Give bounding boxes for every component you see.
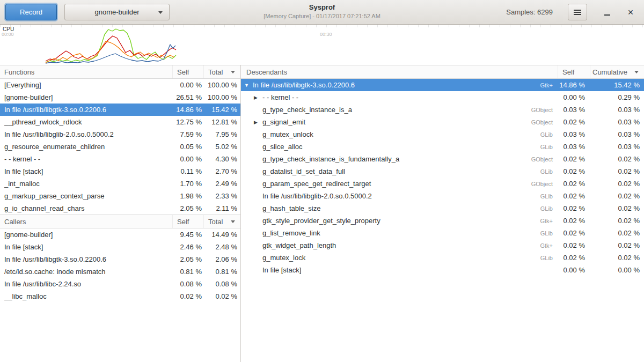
cell-total-percent: 0.81 % bbox=[204, 268, 240, 276]
cell-total-percent: 4.30 % bbox=[204, 155, 240, 163]
cell-self-percent: 1.98 % bbox=[173, 192, 204, 200]
cell-self-percent: 0.02 % bbox=[558, 155, 590, 163]
cell-library-tag: GObject bbox=[531, 181, 558, 187]
table-row[interactable]: In file [stack]0.11 %2.70 % bbox=[0, 165, 240, 178]
close-button[interactable]: × bbox=[623, 4, 639, 20]
cell-cumulative-percent: 0.29 % bbox=[590, 93, 644, 101]
tree-row[interactable]: g_mutex_unlockGLib0.03 %0.03 % bbox=[241, 128, 644, 141]
cell-self-percent: 7.59 % bbox=[173, 130, 204, 138]
table-row[interactable]: [gnome-builder]9.45 %14.49 % bbox=[0, 228, 240, 241]
tree-row[interactable]: In file [stack]0.00 %0.00 % bbox=[241, 264, 644, 276]
cell-self-percent: 0.02 % bbox=[558, 180, 590, 188]
tree-row[interactable]: g_mutex_lockGLib0.02 %0.02 % bbox=[241, 252, 644, 264]
tree-row[interactable]: g_hash_table_sizeGLib0.02 %0.02 % bbox=[241, 202, 644, 215]
cell-self-percent: 2.05 % bbox=[173, 204, 204, 212]
table-row[interactable]: In file /usr/lib/libgtk-3.so.0.2200.62.0… bbox=[0, 253, 240, 265]
expander-open-icon[interactable]: ▼ bbox=[244, 83, 253, 88]
table-row[interactable]: In file /usr/lib/libgtk-3.so.0.2200.614.… bbox=[0, 104, 240, 116]
cell-total-percent: 2.70 % bbox=[204, 167, 240, 175]
time-label-start: 00:00 bbox=[2, 32, 14, 37]
cell-function-name: gtk_widget_path_length bbox=[262, 241, 540, 249]
table-row[interactable]: g_markup_parse_context_parse1.98 %2.33 % bbox=[0, 190, 240, 202]
cell-function-name: g_list_remove_link bbox=[262, 229, 540, 237]
column-descendants-cumulative[interactable]: Cumulative bbox=[590, 65, 644, 78]
functions-pane: Functions Self Total [Everything]0.00 %1… bbox=[0, 65, 241, 362]
table-row[interactable]: /etc/ld.so.cache: inode mismatch0.81 %0.… bbox=[0, 265, 240, 278]
cell-function-name: g_markup_parse_context_parse bbox=[0, 192, 173, 200]
process-selector-label: gnome-builder bbox=[94, 8, 139, 16]
process-selector[interactable]: gnome-builder bbox=[64, 4, 170, 20]
table-row[interactable]: _int_malloc1.70 %2.49 % bbox=[0, 178, 240, 190]
cell-cumulative-percent: 0.02 % bbox=[590, 167, 644, 175]
cell-self-percent: 0.03 % bbox=[558, 130, 590, 138]
tree-row[interactable]: ▼In file /usr/lib/libgtk-3.so.0.2200.6Gt… bbox=[241, 79, 644, 91]
cell-cumulative-percent: 0.02 % bbox=[590, 192, 644, 200]
table-row[interactable]: __libc_malloc0.02 %0.02 % bbox=[0, 290, 240, 302]
tree-row[interactable]: g_datalist_id_set_data_fullGLib0.02 %0.0… bbox=[241, 165, 644, 178]
cpu-graph[interactable]: CPU 00:00 00:30 bbox=[0, 25, 644, 65]
tree-row[interactable]: g_list_remove_linkGLib0.02 %0.02 % bbox=[241, 227, 644, 239]
expander-closed-icon[interactable]: ▶ bbox=[254, 120, 262, 125]
minimize-button[interactable] bbox=[599, 4, 615, 20]
cell-self-percent: 0.11 % bbox=[173, 167, 204, 175]
cell-self-percent: 0.08 % bbox=[173, 280, 204, 288]
column-functions[interactable]: Functions bbox=[0, 65, 173, 78]
table-row[interactable]: In file [stack]2.46 %2.48 % bbox=[0, 241, 240, 253]
expander-closed-icon[interactable]: ▶ bbox=[254, 95, 262, 100]
tree-row[interactable]: g_type_check_instance_is_aGObject0.03 %0… bbox=[241, 104, 644, 116]
cell-self-percent: 12.75 % bbox=[173, 118, 204, 126]
tree-row[interactable]: gtk_widget_path_lengthGtk+0.02 %0.02 % bbox=[241, 239, 644, 252]
table-row[interactable]: [gnome-builder]26.51 %100.00 % bbox=[0, 91, 240, 104]
column-callers-total[interactable]: Total bbox=[204, 215, 240, 228]
callers-header-row: Callers Self Total bbox=[0, 215, 240, 228]
tree-row[interactable]: g_param_spec_get_redirect_targetGObject0… bbox=[241, 178, 644, 190]
cell-library-tag: GLib bbox=[540, 230, 558, 237]
cell-function-name: _int_malloc bbox=[0, 180, 173, 188]
cell-cumulative-percent: 0.03 % bbox=[590, 130, 644, 138]
callers-list: [gnome-builder]9.45 %14.49 %In file [sta… bbox=[0, 228, 240, 302]
cell-function-name: In file /usr/lib/libgtk-3.so.0.2200.6 bbox=[0, 255, 173, 263]
cell-function-name: [gnome-builder] bbox=[0, 93, 173, 101]
column-callers-self[interactable]: Self bbox=[173, 215, 204, 228]
cell-library-tag: Gtk+ bbox=[540, 218, 558, 224]
cell-function-name: gtk_style_provider_get_style_property bbox=[262, 217, 540, 225]
cell-cumulative-percent: 0.03 % bbox=[590, 143, 644, 151]
cell-total-percent: 0.08 % bbox=[204, 280, 240, 288]
cell-cumulative-percent: 15.42 % bbox=[590, 81, 644, 89]
sort-descending-icon bbox=[231, 71, 235, 73]
cell-self-percent: 0.02 % bbox=[558, 192, 590, 200]
record-button[interactable]: Record bbox=[5, 4, 57, 20]
table-row[interactable]: __pthread_rwlock_rdlock12.75 %12.81 % bbox=[0, 116, 240, 128]
time-label-mid: 00:30 bbox=[320, 32, 332, 37]
table-row[interactable]: - - kernel - -0.00 %4.30 % bbox=[0, 153, 240, 165]
tree-row[interactable]: gtk_style_provider_get_style_propertyGtk… bbox=[241, 215, 644, 227]
cell-self-percent: 0.03 % bbox=[558, 106, 590, 114]
cell-self-percent: 0.81 % bbox=[173, 268, 204, 276]
table-row[interactable]: In file /usr/lib/libglib-2.0.so.0.5000.2… bbox=[0, 128, 240, 141]
column-functions-total[interactable]: Total bbox=[204, 65, 240, 78]
tree-row[interactable]: g_slice_allocGLib0.03 %0.03 % bbox=[241, 141, 644, 153]
tree-row[interactable]: In file /usr/lib/libglib-2.0.so.0.5000.2… bbox=[241, 190, 644, 202]
table-row[interactable]: g_resource_enumerate_children0.05 %5.02 … bbox=[0, 141, 240, 153]
column-functions-self[interactable]: Self bbox=[173, 65, 204, 78]
tree-row[interactable]: ▶- - kernel - -0.00 %0.29 % bbox=[241, 91, 644, 104]
tree-row[interactable]: g_type_check_instance_is_fundamentally_a… bbox=[241, 153, 644, 165]
cell-cumulative-percent: 0.02 % bbox=[590, 241, 644, 249]
column-descendants-self[interactable]: Self bbox=[558, 65, 590, 78]
functions-header-row: Functions Self Total bbox=[0, 65, 240, 79]
cell-self-percent: 0.02 % bbox=[558, 118, 590, 126]
column-descendants[interactable]: Descendants bbox=[241, 65, 558, 78]
column-callers[interactable]: Callers bbox=[0, 215, 173, 228]
cell-total-percent: 2.11 % bbox=[204, 204, 240, 212]
descendants-header-row: Descendants Self Cumulative bbox=[241, 65, 644, 79]
table-row[interactable]: In file /usr/lib/libc-2.24.so0.08 %0.08 … bbox=[0, 278, 240, 290]
cell-function-name: - - kernel - - bbox=[0, 155, 173, 163]
cell-function-name: g_mutex_unlock bbox=[262, 130, 540, 138]
table-row[interactable]: g_io_channel_read_chars2.05 %2.11 % bbox=[0, 202, 240, 215]
cell-self-percent: 14.86 % bbox=[173, 106, 204, 114]
cell-self-percent: 2.46 % bbox=[173, 243, 204, 251]
cell-library-tag: GLib bbox=[540, 131, 558, 138]
table-row[interactable]: [Everything]0.00 %100.00 % bbox=[0, 79, 240, 91]
menu-button[interactable] bbox=[568, 4, 587, 20]
tree-row[interactable]: ▶g_signal_emitGObject0.02 %0.03 % bbox=[241, 116, 644, 128]
